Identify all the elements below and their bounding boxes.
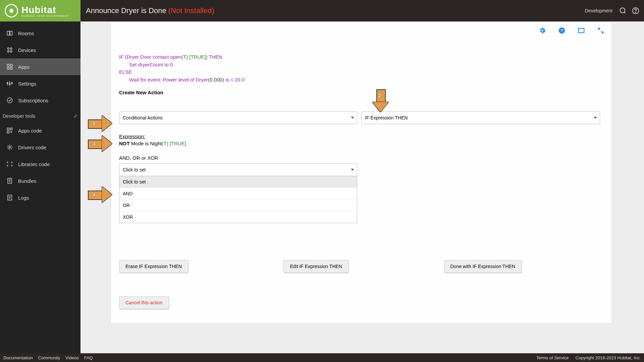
brand-name: Hubitat [21, 5, 69, 15]
cancel-button[interactable]: Cancel this action [119, 296, 169, 309]
sidebar: Rooms Devices Apps Settings Subscription… [0, 21, 80, 353]
footer: Documentation Community Videos FAQ Terms… [0, 353, 644, 362]
annotation-arrow-4: 4 [88, 187, 114, 203]
sidebar-item-label: Libraries code [18, 161, 50, 167]
done-button[interactable]: Done with IF Expression THEN [444, 260, 522, 273]
apps-icon [6, 63, 13, 70]
help-solid-icon[interactable]: ? [558, 27, 566, 35]
svg-rect-11 [10, 67, 12, 69]
sidebar-item-libraries-code[interactable]: Libraries code [0, 156, 80, 172]
sidebar-item-label: Bundles [18, 178, 36, 184]
brand-logo-icon [5, 4, 18, 17]
sidebar-item-apps-code[interactable]: Apps code [0, 122, 80, 139]
aox-dropdown: Click to set AND OR XOR [119, 176, 357, 223]
expression-flag: (T) [TRUE] [162, 141, 186, 146]
footer-link-community[interactable]: Community [38, 355, 60, 360]
edit-button[interactable]: Edit IF Expression THEN [283, 260, 348, 273]
drivers-code-icon [6, 144, 13, 151]
code-text: [TRUE] [188, 54, 206, 60]
top-header: Hubitat ELEVATE YOUR ENVIRONMENT Announc… [0, 0, 644, 21]
expand-icon[interactable] [597, 27, 605, 35]
sidebar-item-subscriptions[interactable]: Subscriptions [0, 92, 80, 109]
footer-copyright: Copyright 2018-2023 Hubitat, Inc. [576, 355, 641, 360]
sidebar-item-label: Devices [18, 47, 36, 53]
main-panel: ? IF (Dryer Door contact open(T) [TRUE])… [111, 21, 612, 323]
footer-link-faq[interactable]: FAQ [84, 355, 93, 360]
code-text: (0.000) [208, 77, 225, 83]
caret-down-icon [351, 117, 354, 119]
brand-sub: ELEVATE YOUR ENVIRONMENT [21, 15, 69, 17]
chat-icon[interactable] [619, 7, 626, 14]
sidebar-item-settings[interactable]: Settings [0, 75, 80, 92]
footer-link-tos[interactable]: Terms of Service [536, 355, 569, 360]
aox-select[interactable]: Click to set [119, 163, 357, 176]
svg-rect-9 [10, 64, 12, 66]
sidebar-item-drivers-code[interactable]: Drivers code [0, 139, 80, 156]
erase-button[interactable]: Erase IF Expression THEN [119, 260, 188, 273]
code-text: Set dryerCount to 0 [129, 62, 173, 67]
svg-point-6 [7, 51, 9, 52]
sidebar-item-label: Apps [18, 64, 30, 70]
window-icon[interactable] [577, 27, 585, 35]
panel-toolbar: ? [538, 27, 605, 35]
svg-point-1 [635, 12, 636, 13]
page-title-text: Announce Dryer is Done [86, 6, 168, 15]
footer-link-documentation[interactable]: Documentation [3, 355, 33, 360]
header-env-label: Development [585, 8, 613, 13]
help-icon[interactable] [632, 7, 639, 14]
aox-label: AND, OR or XOR [119, 155, 603, 161]
code-text: ELSE [119, 69, 132, 75]
annotation-arrow-3: 3 [88, 136, 114, 152]
aox-option-xor[interactable]: XOR [119, 211, 357, 223]
svg-rect-18 [7, 131, 9, 133]
gear-icon[interactable] [538, 27, 546, 35]
svg-point-4 [7, 48, 9, 49]
expression-button-row: Erase IF Expression THEN Edit IF Express… [119, 260, 522, 273]
code-text: is < 20.0 [225, 77, 245, 83]
aox-option-or[interactable]: OR [119, 200, 357, 211]
svg-point-19 [9, 147, 11, 148]
rule-code-block: IF (Dryer Door contact open(T) [TRUE]) T… [119, 53, 603, 84]
developer-tools-label: Developer tools [3, 113, 35, 119]
sidebar-item-devices[interactable]: Devices [0, 42, 80, 58]
logs-icon [6, 194, 13, 201]
sidebar-item-bundles[interactable]: Bundles [0, 172, 80, 189]
svg-rect-8 [7, 64, 9, 66]
developer-tools-header[interactable]: Developer tools ⤢ [0, 109, 80, 122]
brand-logo[interactable]: Hubitat ELEVATE YOUR ENVIRONMENT [0, 0, 80, 21]
header-right: Development [585, 0, 640, 21]
svg-point-7 [10, 51, 12, 52]
apps-code-icon [6, 127, 13, 134]
devices-icon [6, 46, 13, 54]
collapse-icon[interactable]: ⤢ [74, 114, 77, 118]
page-title-status: (Not Installed) [168, 6, 214, 15]
sidebar-item-rooms[interactable]: Rooms [0, 25, 80, 42]
libraries-code-icon [6, 160, 13, 168]
svg-rect-20 [8, 178, 12, 184]
footer-link-videos[interactable]: Videos [65, 355, 79, 360]
select-value: Conditional Actions [123, 115, 163, 120]
expression-body: Mode is Night [130, 141, 162, 146]
action-type-select[interactable]: IF Expression THEN [361, 111, 600, 124]
sidebar-item-apps[interactable]: Apps [0, 58, 80, 75]
sidebar-item-logs[interactable]: Logs [0, 189, 80, 206]
page-title: Announce Dryer is Done (Not Installed) [86, 6, 214, 15]
expression-label: Expression: [119, 134, 603, 139]
svg-rect-17 [10, 128, 12, 130]
svg-point-15 [7, 98, 12, 103]
caret-down-icon [594, 117, 597, 119]
select-value: Click to set [123, 167, 146, 172]
aox-option-clicktoset[interactable]: Click to set [119, 176, 357, 188]
annotation-arrow-2: 2 [372, 89, 388, 113]
action-category-select[interactable]: Conditional Actions [119, 111, 357, 124]
sidebar-item-label: Logs [18, 195, 29, 201]
svg-rect-2 [7, 31, 10, 35]
subscriptions-icon [6, 97, 13, 104]
aox-option-and[interactable]: AND [119, 188, 357, 200]
create-action-heading: Create New Action [119, 90, 603, 95]
code-text: ) THEN [206, 54, 222, 60]
expression-not: NOT [119, 141, 130, 146]
sidebar-item-label: Apps code [18, 128, 42, 134]
sidebar-item-label: Drivers code [18, 145, 46, 150]
select-value: IF Expression THEN [365, 115, 408, 120]
